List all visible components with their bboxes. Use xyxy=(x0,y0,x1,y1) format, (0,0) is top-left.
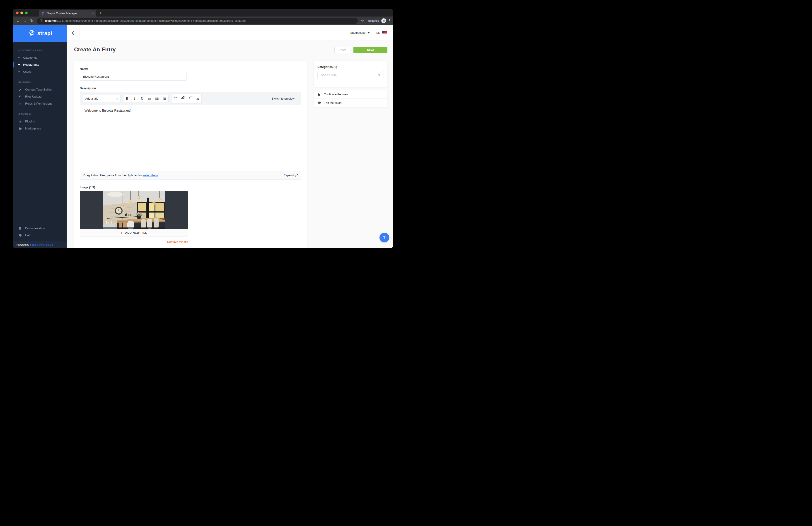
image-preview[interactable] xyxy=(80,191,188,229)
page-title: Create An Entry xyxy=(74,46,116,53)
url-path: :1337/admin/plugins/content-manager/appl… xyxy=(58,19,246,22)
sidebar-item-restaurants[interactable]: Restaurants xyxy=(13,61,67,68)
strapi-app: strapi CONTENT TYPES Categories Restaura… xyxy=(13,25,393,248)
sidebar-item-categories[interactable]: Categories xyxy=(13,54,67,61)
sidebar-nav: CONTENT TYPES Categories Restaurants Use… xyxy=(13,42,67,225)
entry-form-card: Name Description Add a title B xyxy=(74,61,307,248)
restaurant-photo xyxy=(103,191,165,229)
brush-icon xyxy=(18,88,22,91)
code-button[interactable]: <> xyxy=(172,94,179,101)
underline-button[interactable]: U xyxy=(139,95,146,102)
rich-text-editor: Add a title B I U abc xyxy=(80,92,301,180)
page-content: Create An Entry Reset Save Name Descript… xyxy=(67,41,393,248)
image-upload-card: + ADD NEW FILE xyxy=(80,191,188,237)
select-files-link[interactable]: select them xyxy=(143,174,158,177)
minimize-window-button[interactable] xyxy=(20,12,23,14)
sidebar-item-help[interactable]: ? Help xyxy=(13,232,67,239)
browser-toolbar: ← → ↻ i localhost:1337/admin/plugins/con… xyxy=(13,16,393,25)
strapi-logo[interactable]: strapi xyxy=(13,25,67,42)
name-label: Name xyxy=(80,67,88,70)
switch-to-preview-button[interactable]: Switch to preview xyxy=(268,95,299,102)
url-host: localhost xyxy=(45,19,58,22)
bullet-icon xyxy=(18,57,20,58)
window-controls xyxy=(13,9,31,16)
locale-switcher[interactable]: EN xyxy=(376,31,387,34)
gear-icon xyxy=(317,101,321,105)
editor-text: Welcome to Biscotte Restaurant! xyxy=(85,109,131,112)
add-category-combobox[interactable]: Add an item... xyxy=(317,71,384,79)
image-button[interactable] xyxy=(179,94,187,101)
url-bar[interactable]: i localhost:1337/admin/plugins/content-m… xyxy=(37,18,358,24)
book-icon xyxy=(18,227,22,230)
bold-button[interactable]: B xyxy=(124,95,131,102)
quote-button[interactable]: “ xyxy=(194,96,201,103)
browser-window: Strapi - Content Manager × + ← → ↻ i loc… xyxy=(13,9,393,248)
format-button-group: B I U abc 123 xyxy=(123,95,169,102)
strapi-version-link[interactable]: Strapi v3.0.0-next.33 xyxy=(30,243,53,246)
remove-file-link[interactable]: Remove this file xyxy=(80,240,188,243)
main-header: paulbocuse EN xyxy=(67,25,393,41)
zoom-window-button[interactable] xyxy=(25,12,28,14)
configure-view-link[interactable]: Configure the view xyxy=(314,90,388,99)
image-field-label: Image (1/1) xyxy=(80,185,301,189)
categories-count: (0) xyxy=(333,65,337,69)
unordered-list-button[interactable] xyxy=(154,95,161,102)
expand-icon xyxy=(295,174,298,177)
bookmark-star-icon[interactable]: ☆ xyxy=(361,19,364,23)
edit-fields-link[interactable]: Edit the fields xyxy=(314,99,388,107)
expand-button[interactable]: Expand xyxy=(284,174,298,177)
editor-body[interactable]: Welcome to Biscotte Restaurant! xyxy=(80,105,301,171)
brand-wordmark: strapi xyxy=(38,30,52,36)
view-links-card: Configure the view Edit the fields xyxy=(314,90,388,107)
close-window-button[interactable] xyxy=(16,12,18,14)
locale-code: EN xyxy=(376,31,380,34)
link-button[interactable] xyxy=(187,94,194,101)
incognito-icon xyxy=(381,18,386,23)
strikethrough-button[interactable]: abc xyxy=(146,95,154,102)
categories-relation-card: Categories (0) Add an item... xyxy=(314,61,388,87)
browser-menu-icon[interactable] xyxy=(389,19,390,22)
chevron-left-icon xyxy=(72,31,74,35)
question-circle-icon: ? xyxy=(18,234,22,237)
add-new-file-button[interactable]: + ADD NEW FILE xyxy=(80,229,188,237)
close-tab-icon[interactable]: × xyxy=(92,12,94,15)
help-fab-button[interactable]: ? xyxy=(379,233,389,242)
reload-icon[interactable]: ↻ xyxy=(29,18,35,24)
user-menu[interactable]: paulbocuse xyxy=(350,31,370,34)
powered-by-bar: Powered by Strapi v3.0.0-next.33 xyxy=(13,241,67,248)
sidebar-item-users[interactable]: Users xyxy=(13,68,67,75)
tab-title: Strapi - Content Manager xyxy=(46,12,90,15)
sidebar-item-files-upload[interactable]: Files Upload xyxy=(13,93,67,100)
page-info-icon[interactable]: i xyxy=(40,19,43,22)
forward-icon[interactable]: → xyxy=(22,18,28,24)
new-tab-button[interactable]: + xyxy=(99,11,102,15)
section-content-types: CONTENT TYPES xyxy=(13,49,67,54)
back-button[interactable] xyxy=(67,25,80,41)
chevron-down-icon xyxy=(378,74,380,76)
users-icon xyxy=(18,102,22,105)
name-input[interactable] xyxy=(80,73,187,80)
sidebar-item-content-type-builder[interactable]: Content Type Builder xyxy=(13,86,67,93)
sidebar-item-marketplace[interactable]: Marketplace xyxy=(13,125,67,132)
main-area: paulbocuse EN Create An Entry Reset Save xyxy=(67,25,393,248)
list-icon xyxy=(18,120,22,123)
reset-button[interactable]: Reset xyxy=(334,47,350,53)
sidebar-item-plugins[interactable]: Plugins xyxy=(13,118,67,125)
sidebar-item-roles-permissions[interactable]: Roles & Permissions xyxy=(13,100,67,107)
title-style-select[interactable]: Add a title xyxy=(83,95,120,102)
username: paulbocuse xyxy=(350,31,366,34)
italic-button[interactable]: I xyxy=(131,95,139,102)
back-icon[interactable]: ← xyxy=(15,18,21,24)
combobox-placeholder: Add an item... xyxy=(321,73,339,77)
us-flag-icon xyxy=(382,31,387,34)
sidebar-item-documentation[interactable]: Documentation xyxy=(13,225,67,232)
sidebar-footer: Documentation ? Help xyxy=(13,225,67,241)
section-plugins: PLUGINS xyxy=(13,81,67,86)
save-button[interactable]: Save xyxy=(353,47,388,53)
browser-tab[interactable]: Strapi - Content Manager × xyxy=(39,10,96,16)
ordered-list-button[interactable]: 123 xyxy=(161,95,168,102)
cloud-upload-icon xyxy=(18,95,22,98)
strapi-rocket-icon xyxy=(27,29,35,37)
select-arrows-icon xyxy=(116,97,118,100)
basket-icon xyxy=(18,127,22,130)
